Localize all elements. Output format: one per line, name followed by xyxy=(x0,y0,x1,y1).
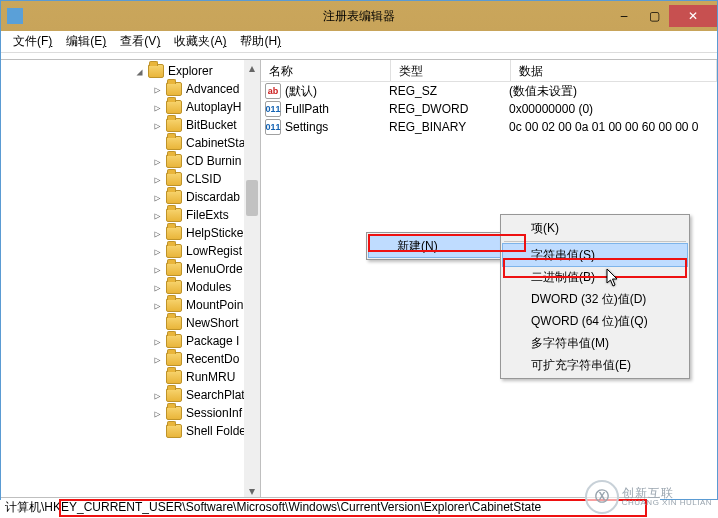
tree-node[interactable]: ▷SearchPlat xyxy=(1,386,260,404)
expand-toggle-icon[interactable]: ▷ xyxy=(151,299,164,312)
tree-node[interactable]: ▷MenuOrde xyxy=(1,260,260,278)
titlebar[interactable]: 注册表编辑器 – ▢ ✕ xyxy=(1,1,717,31)
menu-e[interactable]: 编辑(E) xyxy=(60,31,112,52)
tree-node[interactable]: ▷CLSID xyxy=(1,170,260,188)
expand-toggle-icon[interactable]: ▷ xyxy=(151,173,164,186)
expand-toggle-icon[interactable]: ▷ xyxy=(151,209,164,222)
binary-value-icon: 011 xyxy=(265,101,281,117)
expand-toggle-icon[interactable]: ▷ xyxy=(151,101,164,114)
tree-scrollbar[interactable]: ▴ ▾ xyxy=(244,60,260,499)
tree-node[interactable]: ▷LowRegist xyxy=(1,242,260,260)
folder-icon xyxy=(166,262,182,276)
tree-label: CabinetSta xyxy=(186,136,249,150)
tree-node[interactable]: ▷BitBucket xyxy=(1,116,260,134)
value-row[interactable]: ab(默认)REG_SZ(数值未设置) xyxy=(261,82,717,100)
folder-icon xyxy=(166,298,182,312)
registry-editor-window: 注册表编辑器 – ▢ ✕ 文件(F)编辑(E)查看(V)收藏夹(A)帮助(H) … xyxy=(0,0,718,500)
expand-toggle-icon[interactable]: ▷ xyxy=(151,407,164,420)
menu-v[interactable]: 查看(V) xyxy=(114,31,166,52)
menu-h[interactable]: 帮助(H) xyxy=(234,31,287,52)
expand-toggle-icon[interactable]: ▷ xyxy=(151,335,164,348)
minimize-button[interactable]: – xyxy=(609,5,639,27)
tree-label: LowRegist xyxy=(186,244,246,258)
watermark-logo-icon: Ⓧ xyxy=(585,480,619,514)
tree-node[interactable]: ▷CabinetSta xyxy=(1,134,260,152)
menu-separator xyxy=(504,241,686,242)
menu-f[interactable]: 文件(F) xyxy=(7,31,58,52)
list-body: ab(默认)REG_SZ(数值未设置)011FullPathREG_DWORD0… xyxy=(261,82,717,136)
tree-node[interactable]: ▷SessionInf xyxy=(1,404,260,422)
ctx-item[interactable]: 二进制值(B) xyxy=(503,266,687,288)
tree-label: CLSID xyxy=(186,172,225,186)
tree-node[interactable]: ▷AutoplayH xyxy=(1,98,260,116)
folder-icon xyxy=(166,316,182,330)
folder-icon xyxy=(166,136,182,150)
expand-toggle-icon[interactable]: ▷ xyxy=(151,119,164,132)
ctx-item[interactable]: 项(K) xyxy=(503,217,687,239)
app-icon xyxy=(7,8,23,24)
tree-node[interactable]: ▷Discardab xyxy=(1,188,260,206)
tree-node[interactable]: ▷Package I xyxy=(1,332,260,350)
tree-node[interactable]: ▷Advanced xyxy=(1,80,260,98)
expand-toggle-icon[interactable]: ▷ xyxy=(151,155,164,168)
context-submenu-new[interactable]: 项(K)字符串值(S)二进制值(B)DWORD (32 位)值(D)QWORD … xyxy=(500,214,690,379)
tree-node[interactable]: ▷Modules xyxy=(1,278,260,296)
tree-label: AutoplayH xyxy=(186,100,245,114)
col-header-data[interactable]: 数据 xyxy=(511,60,717,81)
tree-node[interactable]: ▷MountPoin xyxy=(1,296,260,314)
expand-toggle-icon[interactable]: ▷ xyxy=(151,191,164,204)
value-data: 0x00000000 (0) xyxy=(509,102,717,116)
scroll-up-icon[interactable]: ▴ xyxy=(244,60,260,76)
expand-toggle-icon[interactable]: ◢ xyxy=(133,65,146,78)
ctx-item[interactable]: DWORD (32 位)值(D) xyxy=(503,288,687,310)
maximize-button[interactable]: ▢ xyxy=(639,5,669,27)
folder-icon xyxy=(166,226,182,240)
ctx-item[interactable]: 字符串值(S) xyxy=(503,244,687,266)
values-pane[interactable]: 名称 类型 数据 ab(默认)REG_SZ(数值未设置)011FullPathR… xyxy=(261,60,717,499)
ctx-item[interactable]: QWORD (64 位)值(Q) xyxy=(503,310,687,332)
tree-node[interactable]: ▷RecentDo xyxy=(1,350,260,368)
expand-toggle-icon[interactable]: ▷ xyxy=(151,245,164,258)
folder-icon xyxy=(166,190,182,204)
folder-icon xyxy=(166,334,182,348)
tree-node[interactable]: ▷NewShort xyxy=(1,314,260,332)
expand-toggle-icon[interactable]: ▷ xyxy=(151,389,164,402)
value-type: REG_SZ xyxy=(389,84,509,98)
col-header-name[interactable]: 名称 xyxy=(261,60,391,81)
folder-icon xyxy=(166,82,182,96)
tree-label: Package I xyxy=(186,334,243,348)
menu-a[interactable]: 收藏夹(A) xyxy=(168,31,232,52)
folder-icon xyxy=(166,244,182,258)
tree-label: NewShort xyxy=(186,316,243,330)
string-value-icon: ab xyxy=(265,83,281,99)
value-data: 0c 00 02 00 0a 01 00 00 60 00 00 0 xyxy=(509,120,717,134)
tree-pane[interactable]: ◢Explorer▷Advanced▷AutoplayH▷BitBucket▷C… xyxy=(1,60,261,499)
tree-node[interactable]: ▷CD Burnin xyxy=(1,152,260,170)
expand-toggle-icon[interactable]: ▷ xyxy=(151,83,164,96)
scroll-thumb[interactable] xyxy=(246,180,258,216)
expand-toggle-icon[interactable]: ▷ xyxy=(151,353,164,366)
tree-label: FileExts xyxy=(186,208,233,222)
value-row[interactable]: 011FullPathREG_DWORD0x00000000 (0) xyxy=(261,100,717,118)
ctx-item[interactable]: 多字符串值(M) xyxy=(503,332,687,354)
tree-node[interactable]: ▷Shell Folde xyxy=(1,422,260,440)
tree-node[interactable]: ▷FileExts xyxy=(1,206,260,224)
close-button[interactable]: ✕ xyxy=(669,5,717,27)
tree-node-explorer[interactable]: ◢Explorer xyxy=(1,62,260,80)
folder-icon xyxy=(166,406,182,420)
value-type: REG_BINARY xyxy=(389,120,509,134)
ctx-item[interactable]: 可扩充字符串值(E) xyxy=(503,354,687,376)
value-name: FullPath xyxy=(285,102,389,116)
expand-toggle-icon[interactable]: ▷ xyxy=(151,263,164,276)
expand-toggle-icon[interactable]: ▷ xyxy=(151,227,164,240)
folder-icon xyxy=(166,370,182,384)
value-row[interactable]: 011SettingsREG_BINARY0c 00 02 00 0a 01 0… xyxy=(261,118,717,136)
watermark: Ⓧ 创新互联 CHUANG XIN HULIAN xyxy=(585,480,712,514)
col-header-type[interactable]: 类型 xyxy=(391,60,511,81)
expand-toggle-icon[interactable]: ▷ xyxy=(151,281,164,294)
tree-node[interactable]: ▷HelpSticke xyxy=(1,224,260,242)
value-data: (数值未设置) xyxy=(509,83,717,100)
window-title: 注册表编辑器 xyxy=(323,8,395,25)
tree-node[interactable]: ▷RunMRU xyxy=(1,368,260,386)
tree-label: HelpSticke xyxy=(186,226,247,240)
